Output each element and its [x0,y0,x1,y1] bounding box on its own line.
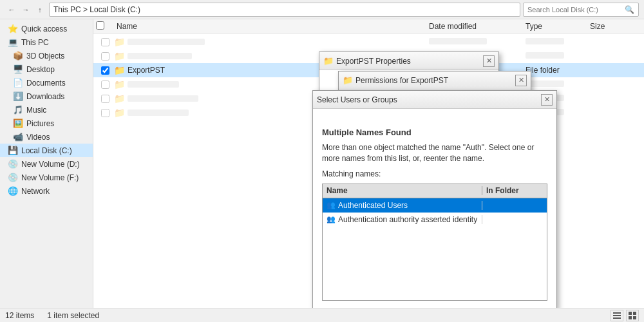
sidebar-label-quick-access: Quick access [21,24,67,33]
names-row[interactable]: 👥 Authentication authority asserted iden… [323,213,547,227]
dialog-select-users-close-button[interactable]: ✕ [541,94,553,106]
names-col-header-folder: In Folder [482,186,547,195]
multiple-names-heading: Multiple Names Found [322,128,547,137]
dialog-select-users: Select Users or Groups ✕ Multiple Names … [312,90,557,308]
svg-rect-1 [613,315,621,316]
row-checkbox[interactable] [101,109,109,117]
col-header-size[interactable]: Size [590,22,641,31]
file-name: ExportPST [128,66,165,75]
column-headers: Name Date modified Type Size [93,19,644,33]
sidebar-label-pictures: Pictures [26,119,54,128]
dialog-select-users-title: Select Users or Groups [317,95,538,104]
videos-icon: 📹 [13,132,23,142]
svg-rect-5 [629,316,632,319]
sidebar-item-3d-objects[interactable]: 📦 3D Objects [0,49,93,62]
up-button[interactable]: ↑ [33,3,46,16]
names-row[interactable]: 👥 Authenticated Users [323,198,547,213]
sidebar-label-local-disk-c: Local Disk (C:) [21,146,72,155]
dialog-exportpst-close-button[interactable]: ✕ [483,55,495,67]
sidebar-label-videos: Videos [26,133,50,142]
dialog-exportpst-title: ExportPST Properties [336,57,480,66]
folder-icon: 📁 [114,51,125,61]
breadcrumb[interactable]: This PC > Local Disk (C:) [49,3,520,17]
sidebar-item-this-pc[interactable]: 💻 This PC [0,35,93,49]
selected-count: 1 item selected [47,311,99,320]
svg-rect-0 [613,312,621,314]
search-input[interactable] [527,6,625,14]
col-header-date[interactable]: Date modified [429,22,526,31]
folder-icon: 📁 [114,79,125,90]
sidebar-item-new-volume-f[interactable]: 💿 New Volume (F:) [0,171,93,184]
view-details-button[interactable] [611,310,623,321]
new-volume-d-icon: 💿 [8,159,18,169]
col-header-name[interactable]: Name [114,22,429,31]
dialog-exportpst-icon: 📁 [323,56,334,66]
sidebar-label-new-volume-f: New Volume (F:) [21,173,79,182]
this-pc-icon: 💻 [8,37,18,47]
matching-names-label: Matching names: [322,169,547,178]
user-group-icon-1: 👥 [327,201,336,209]
file-area: Name Date modified Type Size 📁 📁 [93,19,644,308]
folder-icon: 📁 [114,93,125,104]
sidebar-label-new-volume-d: New Volume (D:) [21,160,80,169]
names-cell-name-1: 👥 Authenticated Users [323,201,482,210]
music-icon: 🎵 [13,105,23,115]
main-area: ⭐ Quick access 💻 This PC 📦 3D Objects 🖥️… [0,19,644,308]
row-checkbox[interactable] [101,66,109,75]
svg-rect-2 [613,317,621,319]
sidebar-item-quick-access[interactable]: ⭐ Quick access [0,22,93,35]
svg-rect-6 [633,316,636,319]
sidebar-label-this-pc: This PC [21,38,49,47]
pictures-icon: 🖼️ [13,118,23,128]
sidebar-item-network[interactable]: 🌐 Network [0,184,93,198]
downloads-icon: ⬇️ [13,91,23,101]
sidebar-label-network: Network [21,187,50,196]
view-tiles-button[interactable] [626,310,639,321]
dialog-select-users-content: Multiple Names Found More than one objec… [313,109,556,308]
search-bar[interactable]: 🔍 [523,3,639,17]
names-table-header: Name In Folder [323,184,547,198]
title-bar: ← → ↑ This PC > Local Disk (C:) 🔍 [0,0,644,19]
table-row[interactable]: 📁 [93,35,644,49]
user-group-icon-2: 👥 [327,215,336,223]
status-right [611,310,639,321]
row-checkbox[interactable] [101,38,109,46]
multiple-names-desc: More than one object matched the name "A… [322,142,547,164]
new-volume-f-icon: 💿 [8,173,18,182]
sidebar-item-local-disk-c[interactable]: 💾 Local Disk (C:) [0,144,93,157]
network-icon: 🌐 [8,186,18,196]
quick-access-icon: ⭐ [8,24,18,33]
sidebar-label-3d-objects: 3D Objects [26,52,64,61]
dialog-permissions-title: Permissions for ExportPST [355,76,513,85]
sidebar-item-new-volume-d[interactable]: 💿 New Volume (D:) [0,157,93,171]
dialog-permissions-icon: 📁 [343,75,353,85]
dialog-exportpst-titlebar: 📁 ExportPST Properties ✕ [319,52,498,70]
svg-rect-4 [633,312,636,315]
sidebar-item-music[interactable]: 🎵 Music [0,103,93,117]
sidebar-label-desktop: Desktop [26,65,55,74]
dialog-permissions-titlebar: 📁 Permissions for ExportPST ✕ [339,71,531,90]
row-checkbox[interactable] [101,52,109,61]
select-all-checkbox[interactable] [96,21,104,30]
forward-button[interactable]: → [19,3,32,16]
col-header-type[interactable]: Type [526,22,590,31]
sidebar-item-documents[interactable]: 📄 Documents [0,76,93,90]
sidebar: ⭐ Quick access 💻 This PC 📦 3D Objects 🖥️… [0,19,93,308]
desktop-icon: 🖥️ [13,64,23,74]
row-checkbox[interactable] [101,95,109,103]
sidebar-item-downloads[interactable]: ⬇️ Downloads [0,90,93,103]
dialog-permissions-close-button[interactable]: ✕ [515,75,527,86]
row-checkbox[interactable] [101,80,109,89]
sidebar-label-music: Music [26,106,46,115]
sidebar-item-desktop[interactable]: 🖥️ Desktop [0,62,93,76]
sidebar-label-documents: Documents [26,79,66,88]
folder-icon: 📁 [114,37,125,47]
local-disk-c-icon: 💾 [8,146,18,155]
nav-buttons: ← → ↑ [5,3,46,16]
sidebar-item-videos[interactable]: 📹 Videos [0,130,93,144]
names-cell-name-2: 👥 Authentication authority asserted iden… [323,215,482,224]
sidebar-item-pictures[interactable]: 🖼️ Pictures [0,117,93,130]
3d-objects-icon: 📦 [13,51,23,61]
sidebar-label-downloads: Downloads [26,92,64,101]
back-button[interactable]: ← [5,3,18,16]
